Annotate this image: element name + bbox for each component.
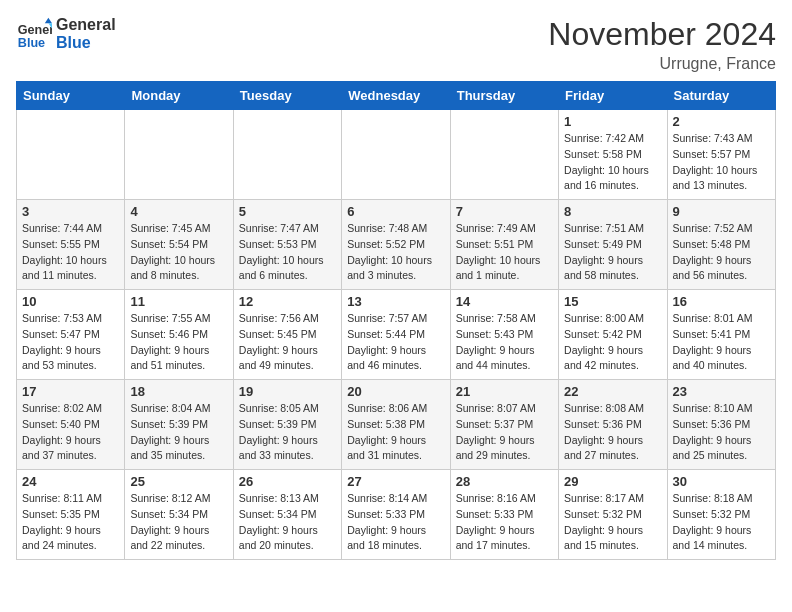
day-number: 1 (564, 114, 661, 129)
calendar-week-0: 1Sunrise: 7:42 AM Sunset: 5:58 PM Daylig… (17, 110, 776, 200)
calendar-cell: 5Sunrise: 7:47 AM Sunset: 5:53 PM Daylig… (233, 200, 341, 290)
day-info: Sunrise: 8:12 AM Sunset: 5:34 PM Dayligh… (130, 491, 227, 554)
calendar-cell: 25Sunrise: 8:12 AM Sunset: 5:34 PM Dayli… (125, 470, 233, 560)
weekday-header-sunday: Sunday (17, 82, 125, 110)
day-number: 8 (564, 204, 661, 219)
day-number: 30 (673, 474, 770, 489)
calendar-cell: 21Sunrise: 8:07 AM Sunset: 5:37 PM Dayli… (450, 380, 558, 470)
calendar-cell: 26Sunrise: 8:13 AM Sunset: 5:34 PM Dayli… (233, 470, 341, 560)
calendar-header: SundayMondayTuesdayWednesdayThursdayFrid… (17, 82, 776, 110)
day-info: Sunrise: 7:51 AM Sunset: 5:49 PM Dayligh… (564, 221, 661, 284)
day-info: Sunrise: 8:08 AM Sunset: 5:36 PM Dayligh… (564, 401, 661, 464)
day-info: Sunrise: 7:47 AM Sunset: 5:53 PM Dayligh… (239, 221, 336, 284)
day-info: Sunrise: 7:44 AM Sunset: 5:55 PM Dayligh… (22, 221, 119, 284)
calendar-cell: 3Sunrise: 7:44 AM Sunset: 5:55 PM Daylig… (17, 200, 125, 290)
day-info: Sunrise: 7:48 AM Sunset: 5:52 PM Dayligh… (347, 221, 444, 284)
weekday-header-monday: Monday (125, 82, 233, 110)
day-info: Sunrise: 7:56 AM Sunset: 5:45 PM Dayligh… (239, 311, 336, 374)
day-number: 24 (22, 474, 119, 489)
day-info: Sunrise: 7:53 AM Sunset: 5:47 PM Dayligh… (22, 311, 119, 374)
day-info: Sunrise: 8:01 AM Sunset: 5:41 PM Dayligh… (673, 311, 770, 374)
calendar-table: SundayMondayTuesdayWednesdayThursdayFrid… (16, 81, 776, 560)
calendar-week-3: 17Sunrise: 8:02 AM Sunset: 5:40 PM Dayli… (17, 380, 776, 470)
day-info: Sunrise: 8:10 AM Sunset: 5:36 PM Dayligh… (673, 401, 770, 464)
calendar-cell (450, 110, 558, 200)
logo-icon: General Blue (16, 16, 52, 52)
logo: General Blue General Blue (16, 16, 116, 52)
day-info: Sunrise: 7:57 AM Sunset: 5:44 PM Dayligh… (347, 311, 444, 374)
calendar-cell: 28Sunrise: 8:16 AM Sunset: 5:33 PM Dayli… (450, 470, 558, 560)
day-number: 26 (239, 474, 336, 489)
calendar-cell: 8Sunrise: 7:51 AM Sunset: 5:49 PM Daylig… (559, 200, 667, 290)
day-info: Sunrise: 7:45 AM Sunset: 5:54 PM Dayligh… (130, 221, 227, 284)
calendar-cell: 27Sunrise: 8:14 AM Sunset: 5:33 PM Dayli… (342, 470, 450, 560)
page-header: General Blue General Blue November 2024 … (16, 16, 776, 73)
logo-line2: Blue (56, 34, 116, 52)
calendar-cell: 15Sunrise: 8:00 AM Sunset: 5:42 PM Dayli… (559, 290, 667, 380)
day-info: Sunrise: 7:52 AM Sunset: 5:48 PM Dayligh… (673, 221, 770, 284)
weekday-header-wednesday: Wednesday (342, 82, 450, 110)
calendar-cell: 30Sunrise: 8:18 AM Sunset: 5:32 PM Dayli… (667, 470, 775, 560)
weekday-header-friday: Friday (559, 82, 667, 110)
day-info: Sunrise: 8:07 AM Sunset: 5:37 PM Dayligh… (456, 401, 553, 464)
day-number: 21 (456, 384, 553, 399)
day-number: 4 (130, 204, 227, 219)
day-number: 18 (130, 384, 227, 399)
weekday-header-thursday: Thursday (450, 82, 558, 110)
day-info: Sunrise: 7:58 AM Sunset: 5:43 PM Dayligh… (456, 311, 553, 374)
calendar-cell (233, 110, 341, 200)
day-info: Sunrise: 8:13 AM Sunset: 5:34 PM Dayligh… (239, 491, 336, 554)
day-number: 2 (673, 114, 770, 129)
calendar-cell: 17Sunrise: 8:02 AM Sunset: 5:40 PM Dayli… (17, 380, 125, 470)
day-number: 27 (347, 474, 444, 489)
calendar-cell (125, 110, 233, 200)
calendar-cell: 7Sunrise: 7:49 AM Sunset: 5:51 PM Daylig… (450, 200, 558, 290)
day-info: Sunrise: 8:05 AM Sunset: 5:39 PM Dayligh… (239, 401, 336, 464)
calendar-cell: 19Sunrise: 8:05 AM Sunset: 5:39 PM Dayli… (233, 380, 341, 470)
day-number: 13 (347, 294, 444, 309)
day-number: 29 (564, 474, 661, 489)
calendar-week-1: 3Sunrise: 7:44 AM Sunset: 5:55 PM Daylig… (17, 200, 776, 290)
day-info: Sunrise: 8:04 AM Sunset: 5:39 PM Dayligh… (130, 401, 227, 464)
day-number: 3 (22, 204, 119, 219)
day-number: 22 (564, 384, 661, 399)
day-number: 20 (347, 384, 444, 399)
day-info: Sunrise: 7:42 AM Sunset: 5:58 PM Dayligh… (564, 131, 661, 194)
calendar-cell: 24Sunrise: 8:11 AM Sunset: 5:35 PM Dayli… (17, 470, 125, 560)
day-number: 7 (456, 204, 553, 219)
day-info: Sunrise: 8:14 AM Sunset: 5:33 PM Dayligh… (347, 491, 444, 554)
day-number: 14 (456, 294, 553, 309)
calendar-cell: 1Sunrise: 7:42 AM Sunset: 5:58 PM Daylig… (559, 110, 667, 200)
day-number: 6 (347, 204, 444, 219)
day-number: 9 (673, 204, 770, 219)
calendar-cell (17, 110, 125, 200)
location-subtitle: Urrugne, France (548, 55, 776, 73)
day-number: 19 (239, 384, 336, 399)
calendar-cell (342, 110, 450, 200)
calendar-week-4: 24Sunrise: 8:11 AM Sunset: 5:35 PM Dayli… (17, 470, 776, 560)
calendar-cell: 18Sunrise: 8:04 AM Sunset: 5:39 PM Dayli… (125, 380, 233, 470)
svg-marker-2 (45, 18, 52, 23)
calendar-cell: 16Sunrise: 8:01 AM Sunset: 5:41 PM Dayli… (667, 290, 775, 380)
calendar-cell: 22Sunrise: 8:08 AM Sunset: 5:36 PM Dayli… (559, 380, 667, 470)
calendar-week-2: 10Sunrise: 7:53 AM Sunset: 5:47 PM Dayli… (17, 290, 776, 380)
calendar-cell: 9Sunrise: 7:52 AM Sunset: 5:48 PM Daylig… (667, 200, 775, 290)
day-info: Sunrise: 8:11 AM Sunset: 5:35 PM Dayligh… (22, 491, 119, 554)
day-info: Sunrise: 8:06 AM Sunset: 5:38 PM Dayligh… (347, 401, 444, 464)
day-info: Sunrise: 8:00 AM Sunset: 5:42 PM Dayligh… (564, 311, 661, 374)
day-number: 28 (456, 474, 553, 489)
day-number: 15 (564, 294, 661, 309)
logo-line1: General (56, 16, 116, 34)
day-number: 12 (239, 294, 336, 309)
calendar-cell: 11Sunrise: 7:55 AM Sunset: 5:46 PM Dayli… (125, 290, 233, 380)
calendar-cell: 2Sunrise: 7:43 AM Sunset: 5:57 PM Daylig… (667, 110, 775, 200)
day-info: Sunrise: 8:18 AM Sunset: 5:32 PM Dayligh… (673, 491, 770, 554)
day-number: 23 (673, 384, 770, 399)
day-number: 5 (239, 204, 336, 219)
day-number: 25 (130, 474, 227, 489)
day-info: Sunrise: 7:49 AM Sunset: 5:51 PM Dayligh… (456, 221, 553, 284)
calendar-cell: 23Sunrise: 8:10 AM Sunset: 5:36 PM Dayli… (667, 380, 775, 470)
title-block: November 2024 Urrugne, France (548, 16, 776, 73)
day-info: Sunrise: 8:02 AM Sunset: 5:40 PM Dayligh… (22, 401, 119, 464)
weekday-header-tuesday: Tuesday (233, 82, 341, 110)
